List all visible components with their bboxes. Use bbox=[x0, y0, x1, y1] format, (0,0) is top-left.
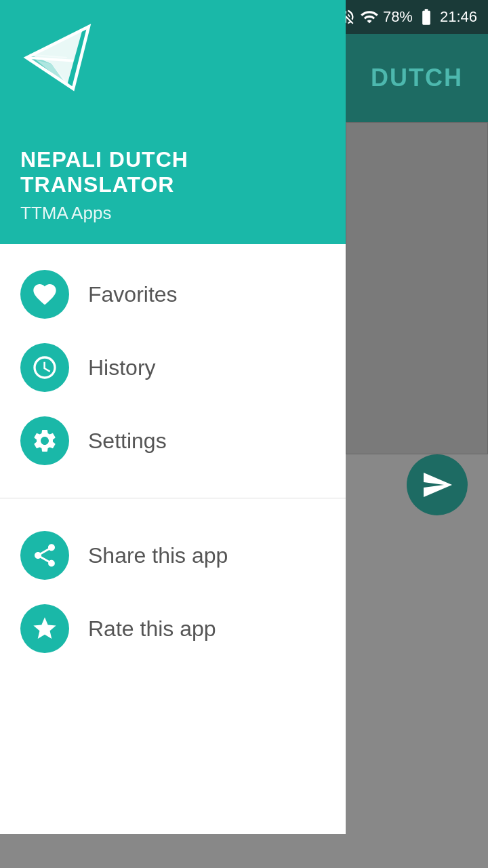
favorites-icon-circle bbox=[20, 270, 69, 319]
clock-icon bbox=[31, 354, 58, 381]
translation-output-area[interactable] bbox=[346, 122, 488, 454]
menu-item-rate[interactable]: Rate this app bbox=[0, 592, 346, 665]
history-label: History bbox=[88, 355, 156, 380]
history-icon-circle bbox=[20, 343, 69, 392]
gear-icon bbox=[31, 427, 58, 454]
menu-item-settings[interactable]: Settings bbox=[0, 404, 346, 477]
app-logo-icon bbox=[20, 20, 95, 95]
drawer-app-info: NEPALI DUTCH TRANSLATOR TTMA Apps bbox=[20, 147, 325, 224]
drawer-header: NEPALI DUTCH TRANSLATOR TTMA Apps bbox=[0, 0, 346, 244]
menu-item-share[interactable]: Share this app bbox=[0, 519, 346, 592]
send-icon bbox=[421, 469, 453, 501]
menu-item-favorites[interactable]: Favorites bbox=[0, 258, 346, 331]
menu-list: Favorites History Settings bbox=[0, 244, 346, 491]
menu-item-history[interactable]: History bbox=[0, 331, 346, 404]
menu-divider bbox=[0, 498, 346, 498]
rate-label: Rate this app bbox=[88, 616, 216, 642]
share-label: Share this app bbox=[88, 543, 228, 568]
battery-percent: 78% bbox=[383, 8, 413, 26]
dutch-label: DUTCH bbox=[371, 64, 463, 92]
translate-button[interactable] bbox=[407, 454, 468, 515]
share-icon-circle bbox=[20, 531, 69, 580]
secondary-menu-list: Share this app Rate this app bbox=[0, 505, 346, 679]
navigation-drawer: NEPALI DUTCH TRANSLATOR TTMA Apps Favori… bbox=[0, 0, 346, 834]
star-icon bbox=[31, 615, 58, 642]
dutch-header: DUTCH bbox=[346, 34, 488, 122]
rate-icon-circle bbox=[20, 604, 69, 653]
status-time: 21:46 bbox=[440, 8, 477, 26]
heart-icon bbox=[31, 281, 58, 308]
app-logo bbox=[20, 20, 325, 98]
signal-icon bbox=[360, 7, 379, 26]
share-icon bbox=[31, 542, 58, 569]
settings-icon-circle bbox=[20, 416, 69, 465]
app-company: TTMA Apps bbox=[20, 203, 325, 224]
battery-icon bbox=[417, 7, 436, 26]
favorites-label: Favorites bbox=[88, 282, 178, 307]
app-title: NEPALI DUTCH TRANSLATOR bbox=[20, 147, 325, 197]
settings-label: Settings bbox=[88, 429, 167, 454]
status-icons: 78% 21:46 bbox=[337, 7, 477, 26]
